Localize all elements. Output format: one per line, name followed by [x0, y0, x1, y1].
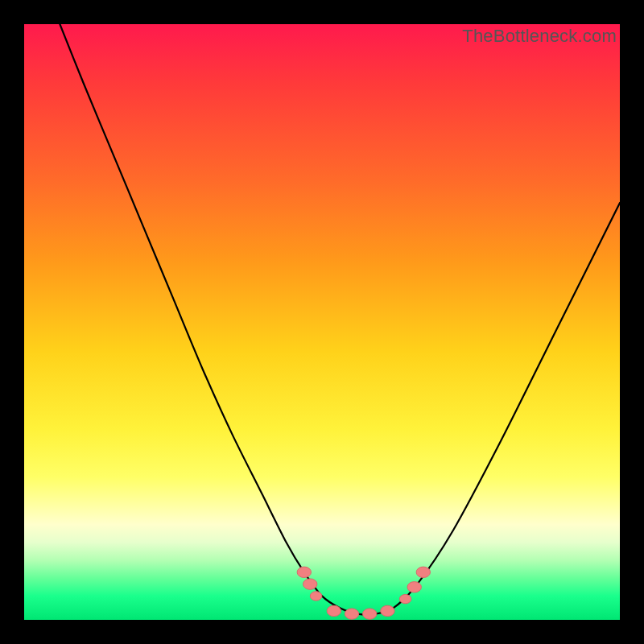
chart-svg [24, 24, 620, 620]
curve-marker [327, 605, 341, 616]
curve-marker [310, 592, 322, 601]
curve-marker [381, 605, 394, 616]
curve-marker [399, 594, 411, 603]
curve-marker [416, 567, 430, 577]
chart-frame: TheBottleneck.com [0, 0, 644, 644]
curve-marker [297, 567, 311, 577]
watermark-text: TheBottleneck.com [462, 26, 617, 47]
bottleneck-curve [60, 24, 620, 614]
curve-marker [363, 609, 377, 619]
curve-marker [303, 579, 317, 589]
curve-marker [407, 582, 421, 592]
plot-area [24, 24, 620, 620]
curve-marker [345, 609, 358, 619]
